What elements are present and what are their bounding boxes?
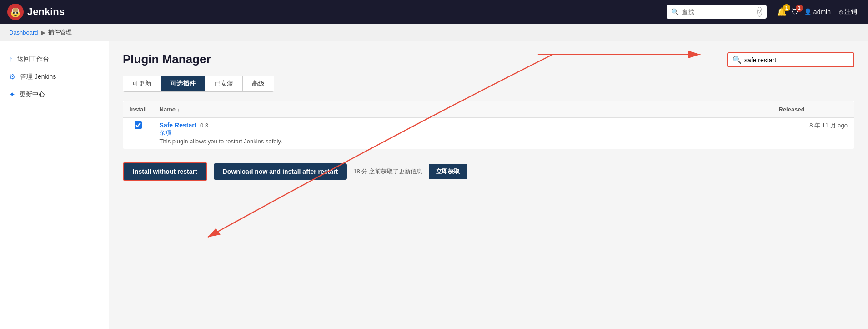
plugin-search-input[interactable] [744,56,849,64]
search-help-icon[interactable]: ? [757,7,762,17]
plugin-name-link[interactable]: Safe Restart [160,121,197,129]
plugin-table: Install Name ↓ Released Safe Restart [123,101,854,149]
download-install-button[interactable]: Download now and install after restart [214,163,347,180]
sidebar-item-back[interactable]: ↑ 返回工作台 [0,51,109,68]
gear-icon: ⚙ [9,72,15,81]
username-label: admin [813,8,831,15]
sidebar-item-update-label: 更新中心 [20,91,45,99]
col-released: Released [773,101,854,118]
plugin-tabs: 可更新 可选插件 已安装 高级 [123,76,274,92]
tab-updatable[interactable]: 可更新 [123,76,161,91]
breadcrumb-home[interactable]: Dashboard [9,29,38,36]
breadcrumb: Dashboard ▶ 插件管理 [0,24,868,41]
svg-point-4 [13,12,15,14]
notification-bell[interactable]: 🔔 1 [777,7,787,17]
sidebar-item-manage-label: 管理 Jenkins [20,73,56,81]
bell-badge: 1 [783,4,790,11]
bottom-action-bar: Install without restart Download now and… [123,158,854,185]
col-install: Install [123,101,153,118]
main-layout: ↑ 返回工作台 ⚙ 管理 Jenkins ✦ 更新中心 Plugin Manag… [0,41,868,329]
col-name: Name ↓ [153,101,773,118]
top-navbar: Jenkins 🔍 ? 🔔 1 🛡 1 👤 admin ⎋ 注销 [0,0,868,24]
jenkins-logo[interactable]: Jenkins [7,4,65,20]
logout-icon: ⎋ [839,8,843,15]
install-checkbox[interactable] [135,121,142,129]
tab-installed[interactable]: 已安装 [205,76,243,91]
navbar-icons: 🔔 1 🛡 1 👤 admin ⎋ 注销 [777,6,861,18]
brand-name: Jenkins [27,6,65,18]
table-row: Safe Restart 0.3 杂项 This plugin allows y… [123,118,854,149]
plugin-search-icon: 🔍 [733,56,742,64]
shield-badge: 1 [796,5,803,12]
logout-button[interactable]: ⎋ 注销 [835,6,861,18]
sidebar-item-update-center[interactable]: ✦ 更新中心 [0,86,109,103]
plugin-category-link[interactable]: 杂项 [160,129,171,136]
jenkins-logo-icon [7,4,24,20]
update-icon: ✦ [9,90,15,99]
tab-available[interactable]: 可选插件 [161,76,205,91]
svg-point-5 [16,12,18,14]
user-icon: 👤 [804,8,812,15]
plugin-released: 8 年 11 月 ago [773,118,854,149]
plugin-info-cell: Safe Restart 0.3 杂项 This plugin allows y… [153,118,773,149]
install-checkbox-cell[interactable] [123,118,153,149]
breadcrumb-separator: ▶ [41,29,45,36]
sidebar-item-back-label: 返回工作台 [17,55,49,63]
tab-advanced[interactable]: 高级 [243,76,274,91]
main-content: Plugin Manager 🔍 可更新 可选插件 已安装 高级 Install… [109,41,868,329]
global-search-input[interactable] [682,8,754,15]
back-icon: ↑ [9,55,13,63]
user-menu[interactable]: 👤 admin [804,8,831,15]
global-search-box[interactable]: 🔍 ? [667,5,767,19]
svg-point-3 [13,8,18,12]
sort-icon[interactable]: ↓ [177,107,180,112]
install-without-restart-button[interactable]: Install without restart [123,162,207,181]
plugin-search-box[interactable]: 🔍 [727,52,854,67]
sidebar: ↑ 返回工作台 ⚙ 管理 Jenkins ✦ 更新中心 [0,41,109,329]
plugin-version: 0.3 [200,122,208,129]
logout-label: 注销 [844,8,857,16]
fetch-now-button[interactable]: 立即获取 [429,164,467,179]
sidebar-item-manage[interactable]: ⚙ 管理 Jenkins [0,68,109,86]
plugin-description: This plugin allows you to restart Jenkin… [160,138,766,145]
breadcrumb-current: 插件管理 [48,28,72,36]
last-updated-text: 18 分 之前获取了更新信息 [353,167,422,176]
security-shield[interactable]: 🛡 1 [791,7,799,17]
search-icon: 🔍 [671,8,679,15]
